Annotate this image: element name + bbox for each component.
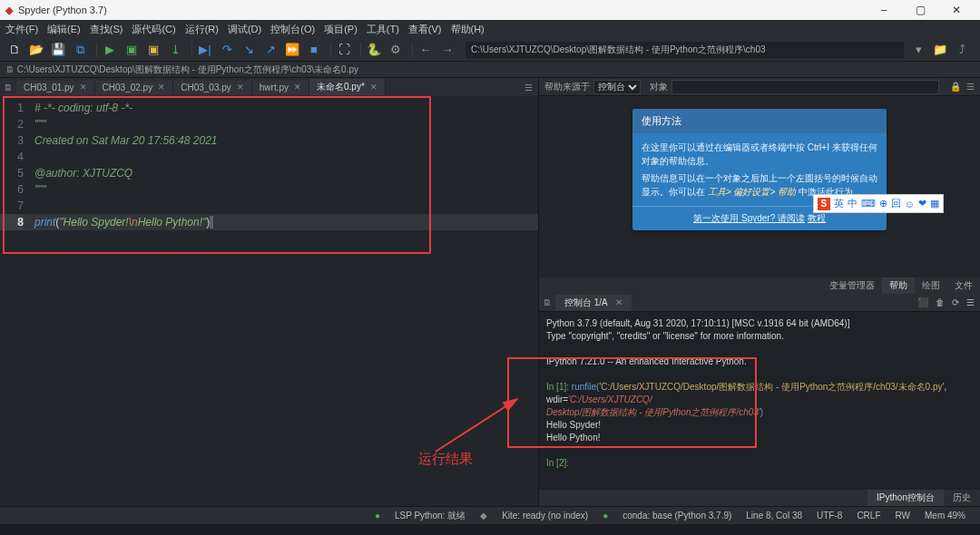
step-out-icon[interactable]: ↗ (261, 41, 279, 59)
max-pane-icon[interactable]: ⛶ (335, 41, 353, 59)
status-kite[interactable]: Kite: ready (no index) (502, 511, 588, 520)
parent-dir-icon[interactable]: ⤴ (953, 41, 971, 59)
menu-tools[interactable]: 工具(T) (367, 23, 399, 36)
menu-source[interactable]: 源代码(C) (132, 23, 175, 36)
interrupt-icon[interactable]: ⬛ (917, 297, 928, 307)
pythonpath-icon[interactable]: 🐍 (365, 41, 383, 59)
menu-projects[interactable]: 项目(P) (324, 23, 358, 36)
maximize-button[interactable]: ▢ (902, 4, 938, 16)
help-line1: 在这里你可以通过在编辑器或者终端中按 Ctrl+I 来获得任何对象的帮助信息。 (642, 141, 877, 168)
menu-view[interactable]: 查看(V) (408, 23, 442, 36)
right-mini-tabs: 变量管理器 帮助 绘图 文件 (539, 277, 980, 294)
help-source-select[interactable]: 控制台 (593, 80, 641, 94)
close-button[interactable]: ✕ (938, 4, 975, 16)
toolbar: 🗋 📂 💾 ⧉ ▶ ▣ ▣ ⤓ ▶| ↷ ↘ ↗ ⏩ ■ ⛶ 🐍 ⚙ ← → C… (0, 38, 980, 62)
minimize-button[interactable]: – (866, 4, 902, 16)
lock-icon[interactable]: 🔒 (950, 82, 961, 92)
menu-debug[interactable]: 调试(D) (228, 23, 261, 36)
code-editor[interactable]: 1234 567 8 # -*- coding: utf-8 -*- """ C… (0, 96, 538, 506)
close-icon[interactable]: ✕ (80, 83, 87, 92)
tab-plots[interactable]: 绘图 (915, 277, 947, 294)
continue-icon[interactable]: ⏩ (283, 41, 301, 59)
annotation-label: 运行结果 (418, 451, 473, 468)
menu-search[interactable]: 查找(S) (90, 23, 123, 36)
editor-tabs: 🗎 CH03_01.py✕ CH03_02.py✕ CH03_03.py✕ hw… (0, 78, 538, 96)
run-file-icon[interactable]: ▶ (101, 41, 119, 59)
annotation-box-code (3, 96, 431, 254)
close-icon[interactable]: ✕ (370, 83, 377, 92)
tab-ch03-01[interactable]: CH03_01.py✕ (16, 81, 95, 94)
editor-path: C:\Users\XJTUZCQ\Desktop\图解数据结构 - 使用Pyth… (17, 64, 358, 74)
help-object-label: 对象 (650, 81, 668, 93)
ipython-console[interactable]: Python 3.7.9 (default, Aug 31 2020, 17:1… (539, 312, 980, 490)
ime-toolbar[interactable]: S 英 中 ⌨ ⊕ 回 ☺ ❤ ▦ (813, 194, 944, 213)
close-icon[interactable]: ✕ (615, 297, 622, 307)
save-icon[interactable]: 💾 (49, 41, 67, 59)
working-dir-field[interactable]: C:\Users\XJTUZCQ\Desktop\图解数据结构 - 使用Pyth… (466, 42, 904, 58)
tab-help[interactable]: 帮助 (882, 277, 915, 294)
restart-icon[interactable]: ⟳ (952, 297, 959, 307)
dropdown-icon[interactable]: ▾ (909, 41, 927, 59)
pane-options-icon[interactable]: ☰ (519, 83, 538, 92)
status-lsp[interactable]: LSP Python: 就绪 (395, 510, 466, 522)
editor-pane: 🗎 CH03_01.py✕ CH03_02.py✕ CH03_03.py✕ hw… (0, 78, 539, 506)
console-bottom-tabs: IPython控制台 历史 (539, 490, 980, 506)
stop-icon[interactable]: ■ (305, 41, 323, 59)
tab-list-icon[interactable]: 🗎 (0, 83, 16, 92)
tab-list-icon[interactable]: 🗎 (539, 297, 555, 307)
kite-icon: ◆ (480, 511, 487, 520)
preferences-icon[interactable]: ⚙ (387, 41, 405, 59)
tab-var-explorer[interactable]: 变量管理器 (822, 277, 882, 294)
clear-icon[interactable]: 🗑 (936, 297, 945, 307)
pane-options-icon[interactable]: ☰ (966, 297, 975, 307)
tab-files[interactable]: 文件 (947, 277, 980, 294)
ime-lang[interactable]: 英 (834, 197, 844, 210)
sogou-logo-icon: S (818, 198, 830, 210)
tab-ch03-03[interactable]: CH03_03.py✕ (173, 81, 252, 94)
status-eol[interactable]: CRLF (857, 511, 880, 520)
help-source-label: 帮助来源于 (544, 81, 590, 93)
menu-bar: 文件(F) 编辑(E) 查找(S) 源代码(C) 运行(R) 调试(D) 控制台… (0, 20, 980, 38)
menu-consoles[interactable]: 控制台(O) (270, 23, 315, 36)
step-into-icon[interactable]: ↘ (240, 41, 258, 59)
run-cell-advance-icon[interactable]: ▣ (144, 41, 162, 59)
debug-icon[interactable]: ▶| (196, 41, 214, 59)
status-bar: ● LSP Python: 就绪 ◆ Kite: ready (no index… (0, 506, 980, 524)
help-object-input[interactable] (671, 80, 939, 94)
status-encoding[interactable]: UTF-8 (817, 511, 842, 520)
right-column: 帮助来源于 控制台 对象 🔒 ☰ 使用方法 在这里你可以通过在编辑器或者终端中按… (539, 78, 980, 506)
tab-hwrt[interactable]: hwrt.py✕ (252, 81, 309, 94)
tab-ipython-console[interactable]: IPython控制台 (867, 490, 944, 506)
menu-edit[interactable]: 编辑(E) (47, 23, 81, 36)
tab-history[interactable]: 历史 (944, 490, 980, 506)
close-icon[interactable]: ✕ (237, 83, 244, 92)
run-selection-icon[interactable]: ⤓ (166, 41, 184, 59)
conda-dot-icon: ● (603, 511, 608, 520)
status-linecol[interactable]: Line 8, Col 38 (746, 511, 802, 520)
status-rw[interactable]: RW (896, 511, 910, 520)
step-over-icon[interactable]: ↷ (218, 41, 236, 59)
new-file-icon[interactable]: 🗋 (5, 41, 24, 59)
menu-help[interactable]: 帮助(H) (451, 23, 485, 36)
menu-run[interactable]: 运行(R) (185, 23, 219, 36)
browse-dir-icon[interactable]: 📁 (931, 41, 949, 59)
status-mem[interactable]: Mem 49% (925, 511, 965, 520)
tab-unnamed0[interactable]: 未命名0.py*✕ (309, 79, 386, 95)
back-icon[interactable]: ← (416, 41, 435, 59)
menu-file[interactable]: 文件(F) (5, 23, 38, 36)
help-card-title: 使用方法 (632, 109, 887, 133)
tab-ch03-02[interactable]: CH03_02.py✕ (95, 81, 174, 94)
annotation-box-output (507, 357, 757, 448)
forward-icon[interactable]: → (438, 41, 456, 59)
pane-options-icon[interactable]: ☰ (966, 82, 975, 92)
status-conda[interactable]: conda: base (Python 3.7.9) (622, 511, 731, 520)
open-file-icon[interactable]: 📂 (27, 41, 45, 59)
run-cell-icon[interactable]: ▣ (122, 41, 141, 59)
lsp-dot-icon: ● (375, 511, 380, 520)
close-icon[interactable]: ✕ (294, 83, 301, 92)
tutorial-link[interactable]: 教程 (808, 213, 826, 223)
save-all-icon[interactable]: ⧉ (71, 41, 89, 59)
close-icon[interactable]: ✕ (158, 83, 165, 92)
window-title: Spyder (Python 3.7) (18, 5, 866, 15)
console-tab-1a[interactable]: 控制台 1/A✕ (555, 295, 632, 311)
